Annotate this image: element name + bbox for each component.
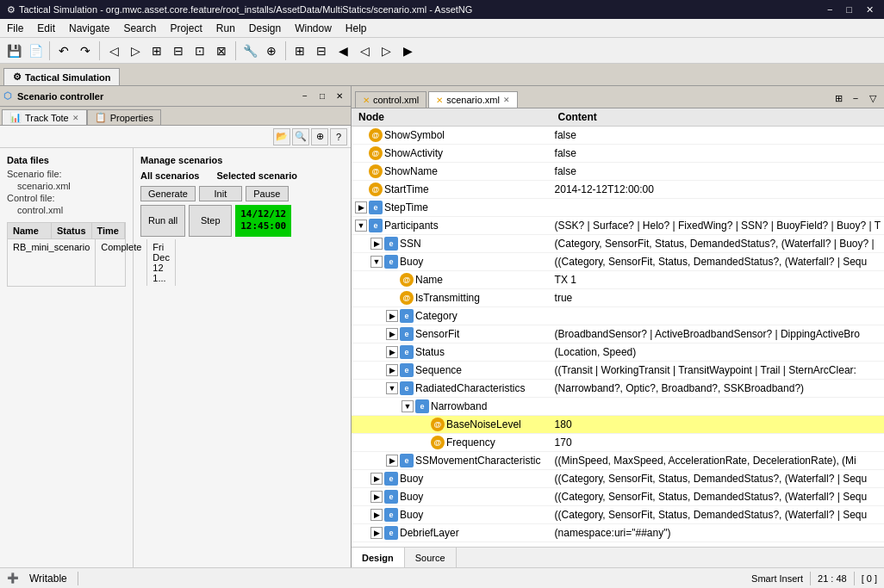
action-btn-2[interactable]: ⊟ (311, 40, 332, 61)
expand-button[interactable]: ▶ (355, 201, 367, 214)
menu-help[interactable]: Help (339, 21, 374, 36)
inner-tool-4[interactable]: ? (330, 128, 347, 145)
menu-file[interactable]: File (0, 21, 30, 36)
init-button[interactable]: Init (199, 186, 242, 201)
expand-button[interactable]: ▶ (386, 455, 398, 467)
menu-window[interactable]: Window (288, 21, 339, 36)
expand-button[interactable]: − (848, 90, 863, 106)
tab-control-xml[interactable]: ✕ control.xml (355, 91, 426, 108)
bottom-tab-design[interactable]: Design (352, 548, 405, 567)
tree-row[interactable]: ▼eRadiatedCharacteristics(Narrowband?, O… (352, 380, 884, 398)
tree-row[interactable]: @ShowActivityfalse (352, 145, 884, 163)
nav-btn-6[interactable]: ⊠ (211, 40, 232, 61)
element-icon: e (400, 454, 414, 467)
expand-button[interactable]: ▶ (370, 473, 383, 485)
node-label: Buoy (400, 256, 423, 268)
expand-button[interactable]: ▼ (370, 256, 383, 268)
tool-btn-1[interactable]: 🔧 (240, 40, 260, 61)
expand-button[interactable]: ▶ (370, 491, 383, 503)
expand-button[interactable]: ▶ (370, 527, 383, 539)
new-button[interactable]: 📄 (25, 40, 46, 61)
collapse-button[interactable]: ⊞ (831, 90, 846, 106)
nav-btn-5[interactable]: ⊡ (190, 40, 210, 61)
tree-row[interactable]: ▶eSensorFit(BroadbandSensor? | ActiveBro… (352, 325, 884, 344)
tree-row[interactable]: ▶eCategory (352, 307, 884, 325)
expand-button[interactable]: ▶ (370, 509, 383, 521)
tree-row[interactable]: ▶eStatus(Location, Speed) (352, 344, 884, 362)
nav-btn-2[interactable]: ▷ (125, 40, 146, 61)
tree-row[interactable]: ▶eSSN(Category, SensorFit, Status, Deman… (352, 235, 884, 253)
tree-row[interactable]: ▼eParticipants(SSK? | Surface? | Helo? |… (352, 217, 884, 235)
tree-row[interactable]: @Frequency170 (352, 434, 884, 452)
scenario-xml-close[interactable]: ✕ (503, 96, 510, 104)
expand-button[interactable]: ▶ (386, 310, 398, 322)
tree-row[interactable]: ▶eSSMovementCharacteristic((MinSpeed, Ma… (352, 452, 884, 470)
tree-row[interactable]: @ShowNamefalse (352, 163, 884, 181)
maximize-button[interactable]: □ (843, 4, 856, 15)
nav-btn-3[interactable]: ⊞ (146, 40, 167, 61)
node-label: Sequence (415, 364, 462, 376)
nav-btn-4[interactable]: ⊟ (168, 40, 189, 61)
track-tote-close[interactable]: ✕ (72, 114, 79, 122)
node-cell: @ShowSymbol (352, 127, 551, 145)
run-all-button[interactable]: Run all (140, 205, 185, 237)
sc-minimize-button[interactable]: − (297, 89, 313, 104)
element-icon: e (369, 201, 383, 214)
tree-row[interactable]: @IsTransmittingtrue (352, 289, 884, 307)
tree-row[interactable]: @StartTime2014-12-12T12:00:00 (352, 181, 884, 199)
action-btn-6[interactable]: ▶ (397, 40, 418, 61)
menu-run[interactable]: Run (209, 21, 242, 36)
pause-button[interactable]: Pause (246, 186, 289, 201)
minimize-button[interactable]: − (824, 4, 836, 15)
undo-button[interactable]: ↶ (53, 40, 74, 61)
redo-button[interactable]: ↷ (75, 40, 96, 61)
expand-button[interactable]: ▶ (370, 238, 383, 250)
menu-project[interactable]: Project (163, 21, 209, 36)
node-cell: @Frequency (352, 434, 551, 452)
table-row[interactable]: RB_mini_scenario Complete Fri Dec 12 1..… (7, 239, 126, 287)
action-btn-1[interactable]: ⊞ (289, 40, 310, 61)
expand-button[interactable]: ▼ (386, 382, 398, 394)
generate-button[interactable]: Generate (140, 186, 196, 201)
menu-design[interactable]: Design (242, 21, 288, 36)
inner-tool-1[interactable]: 📂 (273, 128, 290, 145)
tree-row[interactable]: @ShowSymbolfalse (352, 127, 884, 145)
tab-properties[interactable]: 📋 Properties (87, 109, 161, 125)
save-button[interactable]: 💾 (3, 40, 24, 61)
node-cell: ▼eBuoy (352, 253, 551, 271)
tree-row[interactable]: @BaseNoiseLevel180 (352, 416, 884, 434)
menu-search[interactable]: Search (116, 21, 163, 36)
expand-button[interactable]: ▶ (386, 328, 398, 340)
sc-maximize-button[interactable]: □ (314, 89, 330, 104)
nav-btn-1[interactable]: ◁ (103, 40, 124, 61)
action-btn-4[interactable]: ◁ (354, 40, 375, 61)
tree-row[interactable]: ▶eDebriefLayer(namespace:uri="##any") (352, 524, 884, 542)
bottom-tab-source[interactable]: Source (405, 548, 457, 567)
tab-track-tote[interactable]: 📊 Track Tote ✕ (2, 109, 87, 125)
menu-edit[interactable]: Edit (30, 21, 62, 36)
inner-tool-3[interactable]: ⊕ (311, 128, 328, 145)
step-button[interactable]: Step (189, 205, 232, 237)
expand-button[interactable]: ▶ (386, 364, 398, 376)
tree-row[interactable]: ▶eBuoy((Category, SensorFit, Status, Dem… (352, 506, 884, 524)
menu-navigate[interactable]: Navigate (62, 21, 116, 36)
tree-row[interactable]: ▶eStepTime (352, 199, 884, 217)
tree-row[interactable]: @NameTX 1 (352, 271, 884, 289)
tree-row[interactable]: ▶eSequence((Transit | WorkingTransit | T… (352, 362, 884, 380)
tree-row[interactable]: ▼eBuoy((Category, SensorFit, Status, Dem… (352, 253, 884, 271)
sc-close-button[interactable]: ✕ (332, 89, 347, 104)
tab-scenario-xml[interactable]: ✕ scenario.xml ✕ (428, 91, 518, 108)
tree-row[interactable]: ▶eBuoy((Category, SensorFit, Status, Dem… (352, 488, 884, 506)
close-button[interactable]: ✕ (862, 4, 877, 15)
panel-menu-button[interactable]: ▽ (865, 90, 881, 106)
expand-button[interactable]: ▼ (355, 220, 367, 232)
expand-button[interactable]: ▶ (386, 346, 398, 358)
action-btn-3[interactable]: ◀ (333, 40, 353, 61)
tab-tactical-simulation[interactable]: ⚙ Tactical Simulation (3, 68, 120, 85)
action-btn-5[interactable]: ▷ (376, 40, 396, 61)
tree-row[interactable]: ▼eNarrowband (352, 398, 884, 416)
inner-tool-2[interactable]: 🔍 (292, 128, 309, 145)
tree-row[interactable]: ▶eBuoy((Category, SensorFit, Status, Dem… (352, 470, 884, 488)
tool-btn-2[interactable]: ⊕ (261, 40, 282, 61)
expand-button[interactable]: ▼ (402, 400, 414, 412)
